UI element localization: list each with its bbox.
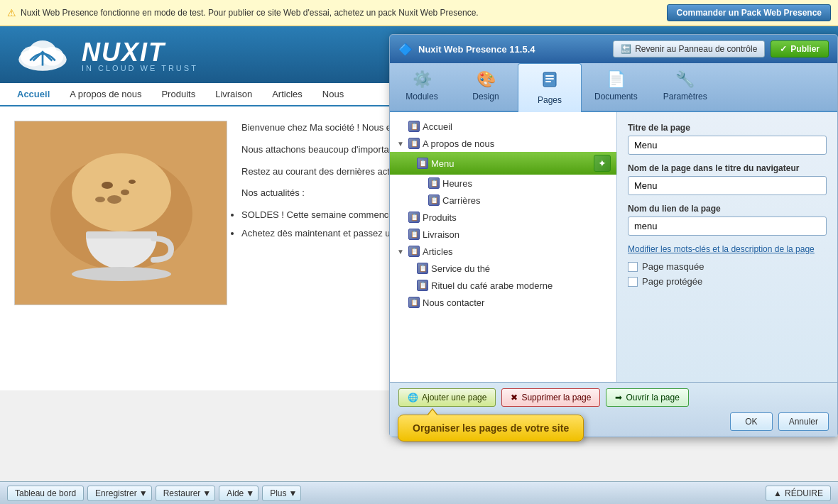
add-page-button[interactable]: 🌐 Ajouter une page [398,388,496,407]
expand-menu[interactable] [404,158,414,168]
tree-item-produits[interactable]: 📋 Produits [390,209,616,226]
delete-icon: ✖ [511,393,518,402]
help-dropdown-icon[interactable]: ▼ [246,488,254,498]
tree-item-menu[interactable]: 📋 Menu ✦ [390,152,616,175]
svg-point-9 [121,190,129,195]
warning-icon: ⚠ [7,7,16,18]
tree-item-livraison[interactable]: 📋 Livraison [390,226,616,243]
modules-icon: ⚙️ [413,70,432,89]
edit-keywords-link[interactable]: Modifier les mots-clés et la description… [628,244,827,254]
tree-label-articles: Articles [423,246,611,257]
delete-page-button[interactable]: ✖ Supprimer la page [501,388,600,407]
tree-label-carrieres: Carrières [442,195,611,206]
tree-item-nous-contacter[interactable]: 📋 Nous contacter [390,294,616,311]
expand-apropos[interactable]: ▼ [396,138,406,148]
tree-item-accueil[interactable]: 📋 Accueil [390,118,616,135]
page-icon-service-the: 📋 [417,263,428,274]
page-link-input[interactable] [628,217,827,236]
expand-heures[interactable] [415,178,425,188]
expand-accueil[interactable] [396,121,406,131]
svg-point-10 [107,195,121,204]
tree-item-heures[interactable]: 📋 Heures [390,175,616,192]
reduce-button[interactable]: ▲ RÉDUIRE [766,486,831,501]
tab-design[interactable]: 🎨 Design [454,63,518,111]
dialog-title: Nuxit Web Presence 11.5.4 [418,44,535,55]
page-nav-title-input[interactable] [628,176,827,195]
site-title: NUXIT [82,38,198,67]
tab-design-label: Design [472,92,499,102]
move-page-button[interactable]: ✦ [594,155,611,172]
tree-label-nous-contacter: Nous contacter [423,297,611,308]
page-icon-articles: 📋 [408,246,420,257]
tree-label-service-the: Service du thé [431,263,611,274]
save-dropdown-icon[interactable]: ▼ [139,488,148,498]
expand-nous-contacter[interactable] [396,297,406,307]
publish-icon: ✓ [780,44,787,54]
nav-articles[interactable]: Articles [262,83,312,106]
save-button[interactable]: Enregistrer ▼ [87,486,152,501]
page-icon-carrieres: 📋 [428,195,440,206]
cancel-button[interactable]: Annuler [778,412,829,431]
protected-page-checkbox[interactable] [628,277,638,287]
svg-rect-18 [545,81,551,82]
restore-dropdown-icon[interactable]: ▼ [202,488,211,498]
tree-item-carrieres[interactable]: 📋 Carrières [390,192,616,209]
tab-pages-label: Pages [538,95,562,105]
open-page-button[interactable]: ➡ Ouvrir la page [606,388,688,407]
logo-icon [14,33,71,76]
expand-service-the[interactable] [404,263,414,273]
tree-label-rituel-cafe: Rituel du café arabe moderne [431,280,611,291]
svg-rect-17 [545,78,554,80]
commander-button[interactable]: Commander un Pack Web Presence [667,4,831,21]
tree-item-articles[interactable]: ▼ 📋 Articles [390,243,616,260]
nav-livraison[interactable]: Livraison [205,83,262,106]
tree-label-apropos: A propos de nous [423,138,611,149]
page-icon-nous-contacter: 📋 [408,297,420,308]
ok-button[interactable]: OK [730,412,772,431]
tab-documents-label: Documents [594,92,638,102]
return-button[interactable]: 🔙 Revenir au Panneau de contrôle [613,40,765,57]
tree-item-service-the[interactable]: 📋 Service du thé [390,260,616,277]
nav-produits[interactable]: Produits [151,83,205,106]
nav-accueil[interactable]: Accueil [7,83,60,106]
tab-modules[interactable]: ⚙️ Modules [390,63,454,111]
svg-rect-13 [86,231,157,239]
masked-page-checkbox[interactable] [628,262,638,272]
tree-item-apropos[interactable]: ▼ 📋 A propos de nous [390,135,616,152]
restore-button[interactable]: Restaurer ▼ [156,486,216,501]
pages-icon [541,71,558,92]
publish-button[interactable]: ✓ Publier [771,40,829,57]
expand-carrieres[interactable] [415,195,425,205]
tree-label-produits: Produits [423,212,611,223]
masked-page-row: Page masquée [628,261,827,272]
page-icon-accueil: 📋 [408,121,420,132]
protected-page-row: Page protégée [628,276,827,287]
expand-articles[interactable]: ▼ [396,246,406,256]
tree-item-rituel-cafe[interactable]: 📋 Rituel du café arabe moderne [390,277,616,294]
nav-title-label: Nom de la page dans le titre du navigate… [628,163,827,173]
nav-nous[interactable]: Nous [312,83,354,106]
tab-parametres[interactable]: 🔧 Paramètres [651,63,720,111]
add-icon: 🌐 [408,393,418,402]
dialog-title-icon: 🔷 [398,43,413,56]
svg-point-8 [102,182,113,189]
page-icon-rituel-cafe: 📋 [417,280,428,291]
tab-parametres-label: Paramètres [663,92,707,102]
help-button[interactable]: Aide ▼ [219,486,259,501]
more-button[interactable]: Plus ▼ [262,486,301,501]
nav-apropos[interactable]: A propos de nous [60,83,151,106]
more-dropdown-icon[interactable]: ▼ [289,488,298,498]
expand-rituel-cafe[interactable] [404,280,414,290]
warning-bar: ⚠ Nuxit Web Presence fonctionne en mode … [0,0,838,26]
tab-pages[interactable]: Pages [518,63,582,112]
tab-documents[interactable]: 📄 Documents [582,63,651,111]
dashboard-button[interactable]: Tableau de bord [7,486,84,501]
tree-label-menu: Menu [431,158,591,169]
page-title-input[interactable] [628,136,827,155]
svg-point-11 [129,180,136,184]
expand-livraison[interactable] [396,229,406,239]
design-icon: 🎨 [477,70,496,89]
expand-produits[interactable] [396,212,406,222]
svg-point-14 [72,267,171,281]
coffee-image [14,121,227,305]
